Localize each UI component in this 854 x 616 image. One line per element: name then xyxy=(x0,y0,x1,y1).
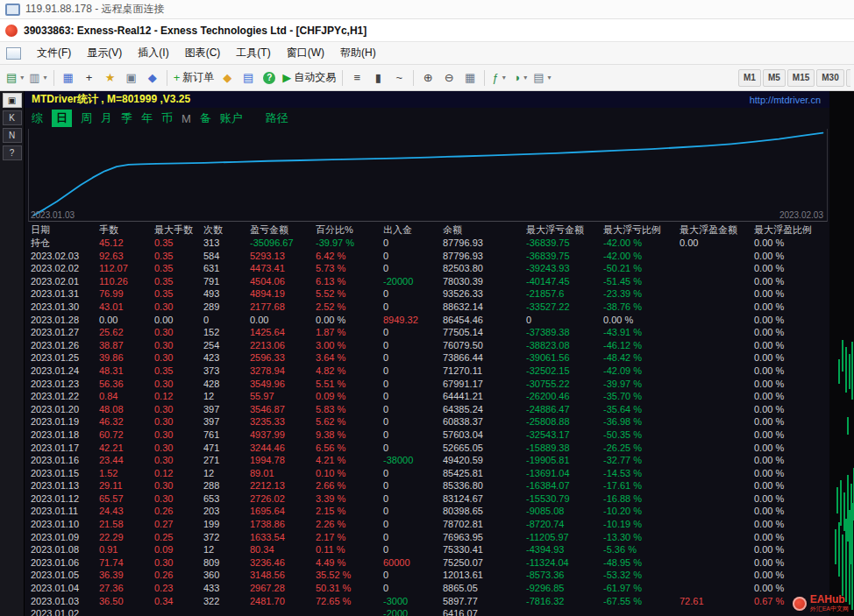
bar-chart-button[interactable]: ≡ xyxy=(347,68,367,88)
templates-button[interactable]: ▤▾ xyxy=(531,68,552,88)
table-cell: 85336.80 xyxy=(443,479,526,492)
timeframe-m1-button[interactable]: M1 xyxy=(738,69,761,87)
table-cell: -39.97 % xyxy=(316,237,383,250)
tile-windows-button[interactable]: ▦ xyxy=(460,68,480,88)
tab-monthly[interactable]: 月 xyxy=(101,110,112,126)
table-cell: -32502.15 xyxy=(526,365,603,378)
tab-daily[interactable]: 日 xyxy=(52,110,72,127)
timeframe-m5-button[interactable]: M5 xyxy=(763,69,786,87)
market-watch-button[interactable]: ▦ xyxy=(59,68,78,88)
mtdriver-link[interactable]: http://mtdriver.cn xyxy=(750,95,821,105)
table-row[interactable]: 2023.01.1946.320.303973235.335.62 %06083… xyxy=(31,415,829,428)
table-row[interactable]: 2023.01.2356.360.304283549.965.51 %06799… xyxy=(31,378,829,391)
table-row[interactable]: 2023.01.080.910.091280.340.11 %075330.41… xyxy=(31,543,829,556)
table-row[interactable]: 2023.01.2048.080.303973546.875.83 %06438… xyxy=(31,403,829,416)
candle-chart-button[interactable]: ▮ xyxy=(368,68,388,88)
dropdown-arrow-icon: ▾ xyxy=(502,74,506,81)
table-row[interactable]: 2023.01.280.000.0000.000.00 %8949.328645… xyxy=(31,314,829,327)
table-cell: 87796.93 xyxy=(443,237,526,250)
table-row[interactable]: 2023.02.02112.070.356314473.415.73 %0825… xyxy=(31,262,829,275)
table-row[interactable]: 2023.01.2725.620.301521425.641.87 %07750… xyxy=(31,326,829,339)
table-cell: 4.49 % xyxy=(316,556,383,570)
chart-window-icon[interactable] xyxy=(6,47,21,60)
zoom-in-button[interactable]: ⊕ xyxy=(418,68,438,88)
timeframe-m30-button[interactable]: M30 xyxy=(816,69,843,87)
table-row[interactable]: 2023.01.0671.740.308093236.464.49 %60000… xyxy=(31,556,829,570)
menu-item[interactable]: 显示(V) xyxy=(79,46,130,60)
navigator-button[interactable]: N xyxy=(3,128,22,143)
table-cell xyxy=(680,479,754,492)
tab-notes[interactable]: 备 xyxy=(200,110,211,126)
table-row[interactable]: 2023.01.1329.110.302882212.132.66 %08533… xyxy=(31,479,829,492)
table-cell: 110.26 xyxy=(99,275,154,288)
help-button[interactable]: ? xyxy=(260,68,279,88)
table-row[interactable]: 2023.02.0392.630.355845293.136.42 %08779… xyxy=(31,250,829,263)
tab-quarterly[interactable]: 季 xyxy=(121,110,132,126)
table-cell: -39061.56 xyxy=(526,351,603,365)
table-row[interactable]: 2023.01.1742.210.304713244.466.56 %05266… xyxy=(31,442,829,455)
line-chart-button[interactable]: ~ xyxy=(389,68,409,88)
tab-yearly[interactable]: 年 xyxy=(141,110,153,126)
new-chart-button[interactable]: ▤▾ xyxy=(4,68,25,88)
menu-item[interactable]: 图表(C) xyxy=(177,46,229,60)
table-cell: 423 xyxy=(203,351,250,365)
table-row[interactable]: 2023.01.02-20006416.07 xyxy=(31,607,829,616)
chart-start-date: 2023.01.03 xyxy=(31,210,75,220)
tab-currency[interactable]: 币 xyxy=(161,110,173,126)
menu-item[interactable]: 窗口(W) xyxy=(279,46,332,60)
table-row[interactable]: 2023.01.1265.570.306532726.023.39 %08312… xyxy=(31,492,829,506)
table-cell: 3235.33 xyxy=(250,415,316,428)
app-title-bar[interactable]: 39033863: Exness-Real12 - Exness Technol… xyxy=(0,19,854,42)
table-row[interactable]: 2023.02.01110.260.357914504.066.13 %-200… xyxy=(31,275,829,288)
table-cell xyxy=(203,607,250,616)
crosshair-button[interactable]: + xyxy=(80,68,99,88)
table-cell: 2023.01.02 xyxy=(31,607,99,616)
text-label-button[interactable]: ▣ xyxy=(122,68,141,88)
table-row[interactable]: 2023.01.1860.720.307614937.999.38 %05760… xyxy=(31,428,829,442)
indicators-button[interactable]: ƒ▾ xyxy=(489,68,509,88)
timeframe-m15-button[interactable]: M15 xyxy=(787,69,815,87)
table-row[interactable]: 2023.01.0536.390.263603148.5635.52 %0120… xyxy=(31,569,829,582)
table-row[interactable]: 2023.01.1124.430.262031695.642.15 %08039… xyxy=(31,505,829,518)
help-button[interactable]: ? xyxy=(3,145,22,160)
panel-toggle-button[interactable]: ▣ xyxy=(3,93,22,108)
zoom-out-button[interactable]: ⊖ xyxy=(439,68,459,88)
table-row[interactable]: 2023.01.0922.290.253721633.542.17 %07696… xyxy=(31,531,829,544)
auto-trading-button[interactable]: ▶自动交易 xyxy=(281,68,338,88)
menu-item[interactable]: 帮助(H) xyxy=(332,46,384,60)
magnet-button[interactable]: ◆ xyxy=(143,68,162,88)
table-cell: 2023.01.06 xyxy=(31,556,99,570)
tab-account[interactable]: 账户 xyxy=(220,110,243,126)
tab-weekly[interactable]: 周 xyxy=(81,110,92,126)
menu-item[interactable]: 文件(F) xyxy=(29,46,79,60)
table-row[interactable]: 2023.01.1623.440.302711994.784.21 %-3800… xyxy=(31,454,829,467)
tab-path[interactable]: 路径 xyxy=(266,110,288,126)
table-row[interactable]: 2023.01.220.840.121255.970.09 %064441.21… xyxy=(31,390,829,403)
menu-item[interactable]: 插入(I) xyxy=(130,46,176,60)
table-cell: 持仓 xyxy=(31,237,99,250)
table-row[interactable]: 2023.01.1021.580.271991738.862.26 %07870… xyxy=(31,518,829,531)
shapes-button[interactable]: ★ xyxy=(101,68,120,88)
tab-m[interactable]: M xyxy=(181,112,191,125)
tab-summary[interactable]: 综 xyxy=(32,110,43,126)
table-row[interactable]: 持仓45.120.35313-35096.67-39.97 %087796.93… xyxy=(31,237,829,250)
table-row[interactable]: 2023.01.2448.310.353733278.944.82 %07127… xyxy=(31,365,829,378)
table-row[interactable]: 2023.01.3176.990.354934894.195.52 %09352… xyxy=(31,287,829,301)
table-row[interactable]: 2023.01.0427.360.234332967.2850.31 %0886… xyxy=(31,582,829,595)
print-button[interactable]: ▤ xyxy=(238,68,258,88)
table-cell: 12 xyxy=(203,467,250,480)
timeframe-h1-button[interactable]: H1 xyxy=(846,69,850,87)
table-row[interactable]: 2023.01.3043.010.302892177.682.52 %08863… xyxy=(31,301,829,314)
table-row[interactable]: 2023.01.2638.870.302542213.063.00 %07607… xyxy=(31,339,829,352)
k-line-button[interactable]: K xyxy=(3,110,22,125)
new-order-button[interactable]: +新订单 xyxy=(172,68,217,88)
table-row[interactable]: 2023.01.0336.500.343222481.7072.65 %-300… xyxy=(31,595,829,608)
rdp-title-bar[interactable]: 119.91.88.178 - 远程桌面连接 xyxy=(0,0,854,19)
metaeditor-button[interactable]: ◆ xyxy=(217,68,237,88)
menu-item[interactable]: 工具(T) xyxy=(228,46,278,60)
profiles-button[interactable]: ▥▾ xyxy=(27,68,48,88)
table-row[interactable]: 2023.01.151.520.121289.010.10 %085425.81… xyxy=(31,467,829,480)
periods-button[interactable]: ◑▾ xyxy=(510,68,530,88)
table-row[interactable]: 2023.01.2539.860.304232596.333.64 %07386… xyxy=(31,351,829,365)
table-cell: 289 xyxy=(203,301,250,314)
